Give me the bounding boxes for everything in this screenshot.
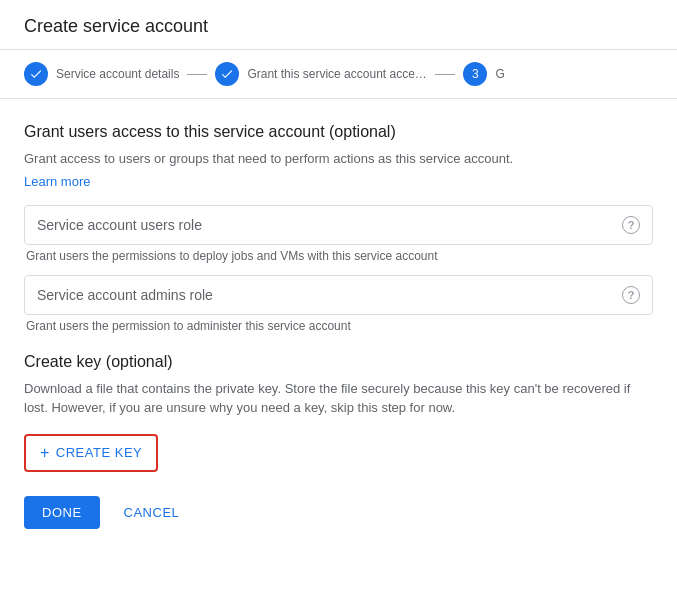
step-2-label: Grant this service account access to pro… [247,67,427,81]
create-key-title: Create key (optional) [24,353,653,371]
done-button[interactable]: DONE [24,496,100,529]
admins-role-field-row: ? [24,275,653,315]
check-icon-1 [29,67,43,81]
page-title: Create service account [24,16,653,37]
users-role-field-wrapper: ? Grant users the permissions to deploy … [24,205,653,263]
step-1-label: Service account details [56,67,179,81]
admins-role-help-icon[interactable]: ? [622,286,640,304]
admins-role-hint: Grant users the permission to administer… [24,319,653,333]
users-role-hint: Grant users the permissions to deploy jo… [24,249,653,263]
create-key-section: Create key (optional) Download a file th… [0,353,677,472]
learn-more-link[interactable]: Learn more [24,174,90,189]
cancel-button[interactable]: CANCEL [112,496,192,529]
grant-section-title: Grant users access to this service accou… [24,123,653,141]
step-divider-2 [435,74,455,75]
step-2: Grant this service account access to pro… [215,62,427,86]
admins-role-field-wrapper: ? Grant users the permission to administ… [24,275,653,333]
page-header: Create service account [0,0,677,50]
users-role-help-icon[interactable]: ? [622,216,640,234]
grant-users-section: Grant users access to this service accou… [0,123,677,333]
users-role-input[interactable] [37,217,622,233]
stepper-bar: Service account details Grant this servi… [0,50,677,99]
admins-role-input[interactable] [37,287,622,303]
step-divider-1 [187,74,207,75]
role-fields-group: ? Grant users the permissions to deploy … [24,205,653,333]
users-role-field-row: ? [24,205,653,245]
step-3-circle: 3 [463,62,487,86]
step-3: 3 G [463,62,504,86]
footer: DONE CANCEL [0,472,677,549]
step-3-label: G [495,67,504,81]
plus-icon: + [40,444,50,462]
step-1-circle [24,62,48,86]
step-2-circle [215,62,239,86]
grant-section-description: Grant access to users or groups that nee… [24,149,653,169]
check-icon-2 [220,67,234,81]
create-key-button-label: CREATE KEY [56,445,142,460]
step-1: Service account details [24,62,179,86]
create-key-button[interactable]: + CREATE KEY [24,434,158,472]
create-key-description: Download a file that contains the privat… [24,379,653,418]
